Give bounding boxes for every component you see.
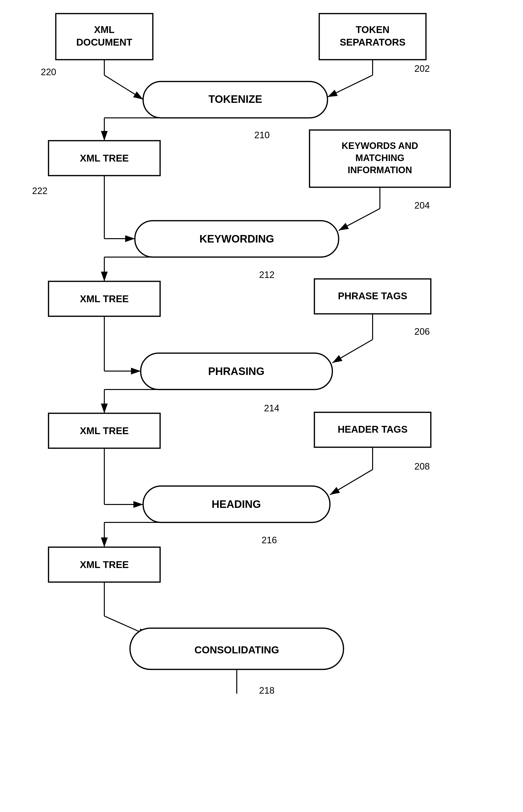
xml-tree-2-label: XML TREE xyxy=(80,293,129,304)
phrase-tags-label: PHRASE TAGS xyxy=(338,291,407,301)
tokenize-label: TOKENIZE xyxy=(209,93,262,105)
xml-document-label: XML xyxy=(94,24,114,35)
keywording-label: KEYWORDING xyxy=(199,233,274,245)
keywords-label3: INFORMATION xyxy=(348,165,412,175)
label-210: 210 xyxy=(254,130,270,140)
label-206: 206 xyxy=(414,327,430,337)
label-202: 202 xyxy=(414,63,430,74)
label-208: 208 xyxy=(414,461,430,472)
arrow-keywords-keywording xyxy=(339,208,380,230)
diagram-container: XML DOCUMENT TOKEN SEPARATORS 202 TOKENI… xyxy=(0,0,523,812)
xml-document-box xyxy=(56,14,153,60)
xml-tree-1-label: XML TREE xyxy=(80,153,129,164)
label-222: 222 xyxy=(32,186,47,196)
label-212: 212 xyxy=(259,270,274,280)
token-sep-label2: SEPARATORS xyxy=(340,37,405,48)
xml-tree-3-label: XML TREE xyxy=(80,425,129,436)
xml-tree-4-label: XML TREE xyxy=(80,559,129,570)
arrow-headertags-heading xyxy=(330,469,373,495)
label-220: 220 xyxy=(41,67,56,77)
phrasing-label: PHRASING xyxy=(208,365,265,377)
label-216: 216 xyxy=(262,535,277,545)
label-204: 204 xyxy=(414,200,430,210)
xml-document-label2: DOCUMENT xyxy=(76,37,132,48)
arrow-tokensep-tokenize xyxy=(327,75,373,97)
label-218: 218 xyxy=(259,685,274,696)
heading-label: HEADING xyxy=(212,498,261,510)
keywords-label1: KEYWORDS AND xyxy=(342,141,418,151)
keywords-label2: MATCHING xyxy=(355,153,404,163)
consolidating-label: CONSOLIDATING xyxy=(194,644,279,656)
arrow-xmldoc-tokenize xyxy=(104,75,143,99)
header-tags-label: HEADER TAGS xyxy=(338,424,408,435)
arrow-phrasetags-phrasing xyxy=(332,339,373,363)
label-214: 214 xyxy=(264,403,279,413)
token-separators-box xyxy=(319,14,426,60)
token-sep-label1: TOKEN xyxy=(356,24,389,35)
